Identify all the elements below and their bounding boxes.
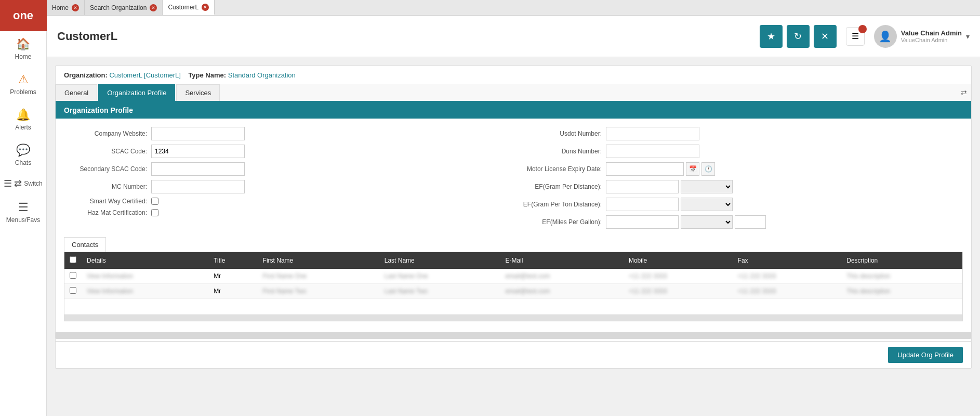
calendar-button[interactable]: 📅 [686, 162, 699, 176]
table-header-row: Details Title First Name Last Name E-Mai… [64, 252, 962, 269]
th-details: Details [82, 252, 208, 269]
checkbox-hazmat[interactable] [151, 209, 158, 216]
date-inputs: 📅 🕐 [606, 162, 715, 176]
row2-mobile: +11 222 3333 [624, 284, 733, 299]
form-right-col: Usdot Number: Duns Number: Motor License… [519, 127, 963, 229]
sidebar-item-switch[interactable]: ☰ ⇄ Switch [0, 173, 46, 194]
tab-search[interactable]: Search Organization ✕ [85, 0, 163, 15]
row2-checkbox[interactable] [70, 287, 76, 294]
select-ef-miles[interactable] [681, 215, 733, 229]
contacts-table: Details Title First Name Last Name E-Mai… [64, 252, 962, 315]
input-secondary-scac[interactable] [151, 162, 245, 176]
row1-desc: This description [841, 269, 962, 284]
type-label: Type Name: [188, 71, 226, 79]
tab-home-close[interactable]: ✕ [72, 4, 79, 11]
tab-search-label: Search Organization [90, 4, 147, 11]
label-scac: SCAC Code: [64, 148, 147, 155]
sidebar-item-menus[interactable]: ☰ Menus/Favs [0, 194, 46, 230]
form-row-mc: MC Number: [64, 180, 508, 193]
label-ef-gram-ton: EF(Gram Per Ton Distance): [519, 201, 602, 208]
th-title: Title [208, 252, 257, 269]
input-motor-license[interactable] [606, 162, 684, 176]
close-button[interactable]: ✕ [814, 25, 837, 48]
input-mc[interactable] [151, 180, 245, 193]
type-value[interactable]: Standard Organization [228, 71, 296, 79]
form-row-scac: SCAC Code: [64, 145, 508, 158]
sidebar-item-problems[interactable]: ⚠ Problems [0, 67, 46, 102]
label-mc: MC Number: [64, 183, 147, 190]
row2-lastname: Last Name Two [379, 284, 500, 299]
contacts-tab[interactable]: Contacts [64, 237, 106, 252]
card-footer: Update Org Profile [56, 341, 971, 368]
label-duns: Duns Number: [519, 148, 602, 155]
tab-general[interactable]: General [56, 84, 97, 101]
row1-firstname: First Name One [258, 269, 379, 284]
label-usdot: Usdot Number: [519, 130, 602, 137]
sidebar-item-alerts[interactable]: 🔔 Alerts [0, 102, 46, 137]
sidebar-item-chats[interactable]: 💬 Chats [0, 137, 46, 173]
tab-home[interactable]: Home ✕ [47, 0, 85, 15]
star-button[interactable]: ★ [760, 25, 783, 48]
checkbox-smartway[interactable] [151, 198, 158, 205]
input-scac[interactable] [151, 145, 245, 158]
table-empty-row [64, 299, 962, 315]
menus-icon: ☰ [18, 201, 29, 214]
form-area: Company Website: SCAC Code: Secondary SC… [56, 119, 971, 237]
switch-icon: ☰ [4, 178, 12, 189]
form-row-ef-gram-dist: EF(Gram Per Distance): [519, 180, 963, 193]
input-company-website[interactable] [151, 127, 245, 140]
switch-arrows-icon: ⇄ [14, 178, 22, 189]
input-ef-miles[interactable] [606, 215, 679, 229]
form-row-website: Company Website: [64, 127, 508, 140]
avatar: 👤 [874, 25, 897, 48]
sidebar-item-home[interactable]: 🏠 Home [0, 31, 46, 67]
select-all-checkbox[interactable] [70, 256, 76, 263]
input-duns[interactable] [606, 145, 699, 158]
tab-bar: Home ✕ Search Organization ✕ CustomerL ✕ [47, 0, 980, 16]
input-ef-gram-dist[interactable] [606, 180, 679, 193]
row2-check [64, 284, 82, 299]
user-name: Value Chain Admin [901, 29, 962, 37]
table-scrollbar[interactable] [64, 315, 962, 321]
sidebar-label-chats: Chats [15, 159, 31, 166]
label-company-website: Company Website: [64, 130, 147, 137]
user-role: ValueChain Admin [901, 37, 962, 43]
notification-bell[interactable]: ☰ [846, 27, 865, 46]
tab-services[interactable]: Services [176, 84, 220, 101]
input-ef-miles-2[interactable] [735, 215, 766, 229]
refresh-button[interactable]: ↻ [787, 25, 810, 48]
label-ef-miles: EF(Miles Per Gallon): [519, 218, 602, 226]
form-row-usdot: Usdot Number: [519, 127, 963, 140]
table-row: View Information Mr First Name One Last … [64, 269, 962, 284]
chats-icon: 💬 [16, 144, 30, 157]
row2-email: email@test.com [500, 284, 624, 299]
org-label: Organization: [64, 71, 108, 79]
sidebar-label-alerts: Alerts [15, 124, 31, 131]
tab-customerl-label: CustomerL [168, 4, 198, 11]
page-scrollbar-x[interactable] [56, 332, 971, 339]
tab-search-close[interactable]: ✕ [150, 4, 157, 11]
row1-email: email@test.com [500, 269, 624, 284]
ef-miles-inputs [606, 215, 766, 229]
user-info: 👤 Value Chain Admin ValueChain Admin ▾ [874, 25, 970, 48]
input-ef-gram-ton[interactable] [606, 198, 679, 211]
user-dropdown-arrow[interactable]: ▾ [966, 32, 970, 41]
tab-customerl[interactable]: CustomerL ✕ [163, 0, 215, 15]
th-email: E-Mail [500, 252, 624, 269]
tab-org-profile[interactable]: Organization Profile [98, 84, 175, 101]
select-ef-gram-dist[interactable] [681, 180, 733, 193]
update-org-button[interactable]: Update Org Profile [888, 347, 963, 363]
org-value[interactable]: CustomerL [CustomerL] [109, 71, 181, 79]
sidebar-label-switch: Switch [24, 180, 42, 187]
row1-fax: +11 222 3333 [733, 269, 842, 284]
collapse-button[interactable]: ⇄ [957, 84, 971, 101]
time-button[interactable]: 🕐 [701, 162, 715, 176]
row2-details: View Information [82, 284, 208, 299]
tab-customerl-close[interactable]: ✕ [202, 4, 209, 11]
th-lastname: Last Name [379, 252, 500, 269]
row1-checkbox[interactable] [70, 272, 76, 279]
form-row-hazmat: Haz Mat Certification: [64, 209, 508, 216]
select-ef-gram-ton[interactable] [681, 198, 733, 211]
alerts-icon: 🔔 [16, 108, 30, 122]
input-usdot[interactable] [606, 127, 699, 140]
